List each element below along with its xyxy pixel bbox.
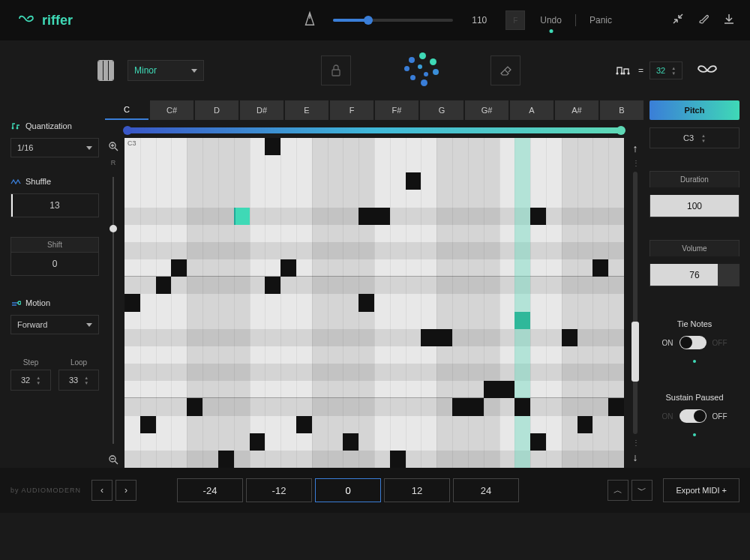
note-cell[interactable] xyxy=(514,398,530,415)
steps-input[interactable]: 32 ▲▼ xyxy=(650,61,682,79)
note-cell[interactable] xyxy=(358,294,374,311)
shift-input[interactable]: 0 xyxy=(10,252,99,276)
note-cell[interactable] xyxy=(265,277,280,294)
tempo-slider[interactable] xyxy=(333,19,453,22)
brush-icon[interactable] xyxy=(698,13,710,28)
tie-off-label: OFF xyxy=(712,339,728,347)
volume-value[interactable]: 76 xyxy=(650,264,740,286)
steps-indicator: = 32 ▲▼ xyxy=(614,61,682,79)
transpose-0[interactable]: 0 xyxy=(315,478,381,502)
duration-value[interactable]: 100 xyxy=(650,195,740,217)
metronome-icon[interactable] xyxy=(302,10,318,30)
tie-notes-toggle[interactable] xyxy=(680,336,706,349)
transpose-24[interactable]: 24 xyxy=(453,478,519,502)
note-cell[interactable] xyxy=(250,433,266,451)
zoom-slider[interactable] xyxy=(112,177,114,444)
root-tab-E[interactable]: E xyxy=(285,100,328,120)
note-cell[interactable] xyxy=(390,451,406,468)
root-tab-B[interactable]: B xyxy=(600,100,644,120)
panic-button[interactable]: Panic xyxy=(590,15,612,25)
note-cell[interactable] xyxy=(530,208,546,225)
root-tab-D[interactable]: D xyxy=(195,100,238,120)
transpose--12[interactable]: -12 xyxy=(246,478,312,502)
note-cell[interactable] xyxy=(514,312,530,329)
motion-select[interactable]: Forward xyxy=(10,315,99,334)
generate-button[interactable] xyxy=(398,48,443,93)
zoom-in-icon[interactable] xyxy=(108,141,118,154)
note-cell[interactable] xyxy=(592,259,608,277)
root-tab-Csharp[interactable]: C# xyxy=(150,100,194,120)
prev-button[interactable]: ‹ xyxy=(92,480,112,501)
export-midi-button[interactable]: Export MIDI + xyxy=(663,478,740,502)
minimize-icon[interactable] xyxy=(672,13,684,28)
undo-button[interactable]: Undo xyxy=(540,15,562,25)
transpose--24[interactable]: -24 xyxy=(177,478,243,502)
range-handle-low[interactable] xyxy=(123,126,132,135)
note-cell[interactable] xyxy=(374,208,390,225)
quantization-select[interactable]: 1/16 xyxy=(10,138,99,157)
pitch-header[interactable]: Pitch xyxy=(650,100,740,120)
infinity-icon[interactable] xyxy=(694,62,720,79)
note-cell[interactable] xyxy=(280,259,296,277)
note-cell[interactable] xyxy=(265,138,280,155)
note-cell[interactable] xyxy=(421,329,436,346)
note-cell[interactable] xyxy=(436,329,452,346)
svg-point-1 xyxy=(616,72,618,74)
download-icon[interactable] xyxy=(723,13,735,28)
note-cell[interactable] xyxy=(124,294,140,311)
piano-keys-icon[interactable] xyxy=(98,60,114,81)
root-tab-Asharp[interactable]: A# xyxy=(555,100,598,120)
note-cell[interactable] xyxy=(156,277,172,294)
scroll-up-icon[interactable]: ↑ xyxy=(633,142,638,154)
note-cell[interactable] xyxy=(296,416,312,433)
transpose-12[interactable]: 12 xyxy=(384,478,450,502)
tempo-slider-handle[interactable] xyxy=(364,16,373,25)
root-tab-G[interactable]: G xyxy=(420,100,464,120)
dots-icon: ⋮ xyxy=(632,159,638,167)
range-handle-high[interactable] xyxy=(616,126,626,135)
note-cell[interactable] xyxy=(234,208,250,225)
tempo-letter-box[interactable]: F xyxy=(506,10,525,30)
dots-icon: ⋮ xyxy=(632,439,638,447)
loop-input[interactable]: 33▲▼ xyxy=(58,370,99,391)
note-cell[interactable] xyxy=(406,172,422,190)
next-button[interactable]: › xyxy=(116,480,136,501)
scroll-down-icon[interactable]: ↓ xyxy=(633,451,638,463)
vertical-scrollbar[interactable] xyxy=(633,172,638,434)
root-tab-Fsharp[interactable]: F# xyxy=(375,100,418,120)
pitch-value[interactable]: C3▲▼ xyxy=(650,127,740,148)
root-tab-F[interactable]: F xyxy=(330,100,374,120)
scale-select[interactable]: Minor xyxy=(128,60,204,81)
note-cell[interactable] xyxy=(500,381,515,398)
note-cell[interactable] xyxy=(562,329,578,346)
volume-label: Volume xyxy=(650,240,740,256)
octave-down-button[interactable]: ﹀ xyxy=(632,480,652,501)
eraser-button[interactable] xyxy=(490,55,520,85)
note-cell[interactable] xyxy=(343,433,358,451)
note-cell[interactable] xyxy=(140,416,156,433)
sustain-toggle[interactable] xyxy=(680,409,706,423)
octave-up-button[interactable]: ︿ xyxy=(608,480,628,501)
pitch-range-bar[interactable] xyxy=(128,127,621,133)
root-tab-Dsharp[interactable]: D# xyxy=(240,100,284,120)
note-cell[interactable] xyxy=(358,208,374,225)
shuffle-input[interactable]: 13 xyxy=(10,193,99,217)
scrollbar-thumb[interactable] xyxy=(632,322,639,382)
piano-roll-grid[interactable]: C3 E1 xyxy=(124,138,624,468)
note-cell[interactable] xyxy=(171,259,187,277)
note-cell[interactable] xyxy=(578,416,593,433)
lock-button[interactable] xyxy=(321,55,351,85)
root-tab-C[interactable]: C xyxy=(105,100,148,120)
root-tab-A[interactable]: A xyxy=(510,100,554,120)
note-cell[interactable] xyxy=(468,398,484,415)
note-cell[interactable] xyxy=(452,398,468,415)
note-cell[interactable] xyxy=(187,398,202,415)
zoom-out-icon[interactable] xyxy=(108,454,118,468)
root-tab-Gsharp[interactable]: G# xyxy=(465,100,508,120)
step-input[interactable]: 32▲▼ xyxy=(10,370,51,391)
tempo-value[interactable]: 110 xyxy=(468,15,490,25)
note-cell[interactable] xyxy=(484,381,500,398)
note-cell[interactable] xyxy=(608,398,624,415)
note-cell[interactable] xyxy=(530,433,546,451)
note-cell[interactable] xyxy=(218,451,234,468)
